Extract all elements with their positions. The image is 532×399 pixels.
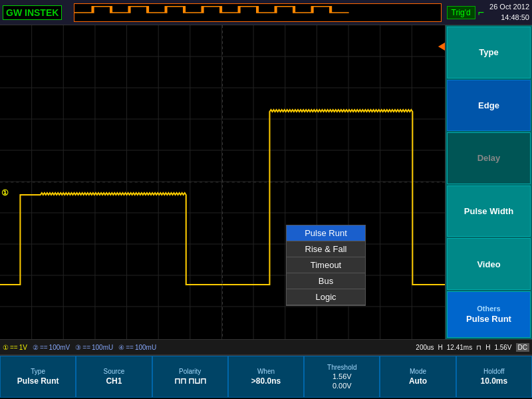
datetime: 26 Oct 2012 14:48:50	[489, 2, 529, 23]
scope-screen: ① Pulse Runt Rise & Fall Timeout Bus Log…	[0, 25, 446, 339]
type-button[interactable]: Type	[447, 27, 531, 78]
polarity-btn[interactable]: Polarity ⊓⊓ ⊓⊔⊓	[152, 356, 228, 398]
right-panel: Type Edge Delay Pulse Width Video Others…	[446, 25, 532, 339]
threshold-btn[interactable]: Threshold 1.56V 0.00V	[304, 356, 380, 398]
ch1-marker: ①	[1, 188, 9, 198]
grid	[0, 25, 445, 339]
main-area: ① Pulse Runt Rise & Fall Timeout Bus Log…	[0, 25, 532, 339]
bottom-bar: Type Pulse Runt Source CH1 Polarity ⊓⊓ ⊓…	[0, 355, 532, 398]
delay-button[interactable]: Delay	[447, 132, 531, 184]
edge-button[interactable]: Edge	[447, 80, 531, 132]
dropdown-menu: Pulse Runt Rise & Fall Timeout Bus Logic	[286, 225, 366, 306]
ch4-status: ④==100mU	[118, 344, 156, 351]
status-bar: ①==1V ②==100mV ③==100mU ④==100mU 200us H…	[0, 339, 532, 355]
top-bar: GW INSTEK Trig'd ⌐ 26 Oct 2012 14:48:50	[0, 0, 532, 25]
dropdown-logic[interactable]: Logic	[287, 289, 365, 305]
trig-icon: ⌐	[478, 7, 484, 19]
trig-status: Trig'd	[447, 6, 475, 19]
waveform-preview	[74, 3, 441, 22]
others-pulse-runt-button[interactable]: Others Pulse Runt	[447, 291, 531, 338]
video-button[interactable]: Video	[447, 238, 531, 290]
dropdown-pulse-runt[interactable]: Pulse Runt	[287, 225, 365, 241]
dropdown-timeout[interactable]: Timeout	[287, 257, 365, 273]
source-btn[interactable]: Source CH1	[76, 356, 152, 398]
logo: GW INSTEK	[3, 5, 62, 20]
ch1-status: ①==1V	[3, 344, 27, 351]
ch2-status: ②==100mV	[33, 344, 70, 351]
holdoff-btn[interactable]: Holdoff 10.0ms	[456, 356, 532, 398]
dropdown-bus[interactable]: Bus	[287, 273, 365, 289]
mode-btn[interactable]: Mode Auto	[380, 356, 456, 398]
time-status: 200us H 12.41ms ⊓ H 1.56V DC	[416, 343, 529, 352]
type-btn[interactable]: Type Pulse Runt	[0, 356, 76, 398]
pulse-width-button[interactable]: Pulse Width	[447, 186, 531, 237]
dropdown-rise-fall[interactable]: Rise & Fall	[287, 241, 365, 257]
ch3-status: ③==100mU	[75, 344, 113, 351]
when-btn[interactable]: When >80.0ns	[228, 356, 304, 398]
